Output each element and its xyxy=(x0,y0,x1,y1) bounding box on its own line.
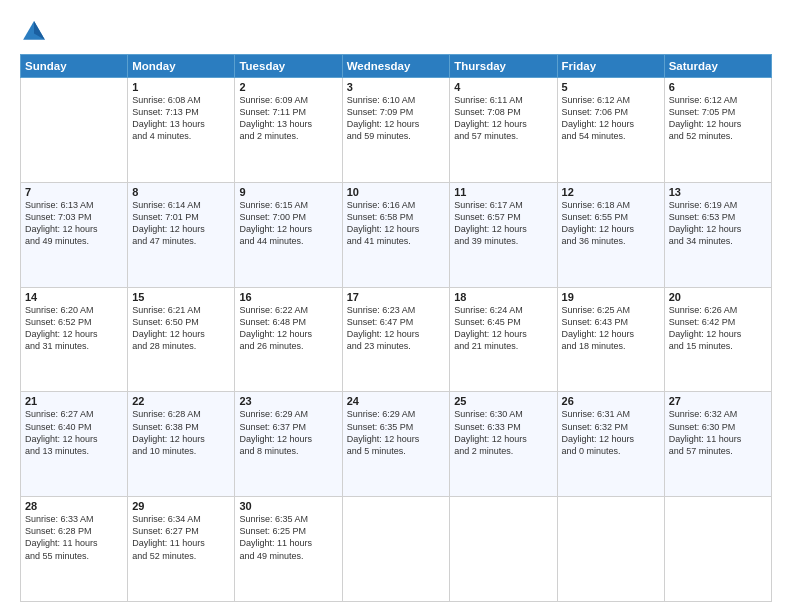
calendar-cell: 27Sunrise: 6:32 AM Sunset: 6:30 PM Dayli… xyxy=(664,392,771,497)
day-info: Sunrise: 6:21 AM Sunset: 6:50 PM Dayligh… xyxy=(132,304,230,353)
day-info: Sunrise: 6:27 AM Sunset: 6:40 PM Dayligh… xyxy=(25,408,123,457)
page-header xyxy=(20,18,772,46)
day-number: 8 xyxy=(132,186,230,198)
weekday-friday: Friday xyxy=(557,55,664,78)
calendar-cell: 20Sunrise: 6:26 AM Sunset: 6:42 PM Dayli… xyxy=(664,287,771,392)
logo xyxy=(20,18,52,46)
day-info: Sunrise: 6:28 AM Sunset: 6:38 PM Dayligh… xyxy=(132,408,230,457)
day-number: 15 xyxy=(132,291,230,303)
calendar-cell: 2Sunrise: 6:09 AM Sunset: 7:11 PM Daylig… xyxy=(235,78,342,183)
day-info: Sunrise: 6:15 AM Sunset: 7:00 PM Dayligh… xyxy=(239,199,337,248)
day-info: Sunrise: 6:31 AM Sunset: 6:32 PM Dayligh… xyxy=(562,408,660,457)
weekday-header-row: SundayMondayTuesdayWednesdayThursdayFrid… xyxy=(21,55,772,78)
calendar-cell: 30Sunrise: 6:35 AM Sunset: 6:25 PM Dayli… xyxy=(235,497,342,602)
day-info: Sunrise: 6:18 AM Sunset: 6:55 PM Dayligh… xyxy=(562,199,660,248)
day-number: 6 xyxy=(669,81,767,93)
day-info: Sunrise: 6:11 AM Sunset: 7:08 PM Dayligh… xyxy=(454,94,552,143)
day-number: 5 xyxy=(562,81,660,93)
day-number: 25 xyxy=(454,395,552,407)
weekday-monday: Monday xyxy=(128,55,235,78)
logo-icon xyxy=(20,18,48,46)
day-info: Sunrise: 6:19 AM Sunset: 6:53 PM Dayligh… xyxy=(669,199,767,248)
week-row-3: 14Sunrise: 6:20 AM Sunset: 6:52 PM Dayli… xyxy=(21,287,772,392)
day-number: 16 xyxy=(239,291,337,303)
day-number: 9 xyxy=(239,186,337,198)
calendar-cell: 28Sunrise: 6:33 AM Sunset: 6:28 PM Dayli… xyxy=(21,497,128,602)
day-number: 28 xyxy=(25,500,123,512)
weekday-sunday: Sunday xyxy=(21,55,128,78)
day-info: Sunrise: 6:24 AM Sunset: 6:45 PM Dayligh… xyxy=(454,304,552,353)
day-info: Sunrise: 6:17 AM Sunset: 6:57 PM Dayligh… xyxy=(454,199,552,248)
calendar-cell: 11Sunrise: 6:17 AM Sunset: 6:57 PM Dayli… xyxy=(450,182,557,287)
day-number: 13 xyxy=(669,186,767,198)
calendar-cell: 5Sunrise: 6:12 AM Sunset: 7:06 PM Daylig… xyxy=(557,78,664,183)
day-info: Sunrise: 6:14 AM Sunset: 7:01 PM Dayligh… xyxy=(132,199,230,248)
day-info: Sunrise: 6:12 AM Sunset: 7:05 PM Dayligh… xyxy=(669,94,767,143)
weekday-tuesday: Tuesday xyxy=(235,55,342,78)
calendar-cell xyxy=(450,497,557,602)
day-number: 30 xyxy=(239,500,337,512)
day-number: 22 xyxy=(132,395,230,407)
day-info: Sunrise: 6:26 AM Sunset: 6:42 PM Dayligh… xyxy=(669,304,767,353)
calendar-cell: 6Sunrise: 6:12 AM Sunset: 7:05 PM Daylig… xyxy=(664,78,771,183)
day-info: Sunrise: 6:32 AM Sunset: 6:30 PM Dayligh… xyxy=(669,408,767,457)
calendar-cell: 19Sunrise: 6:25 AM Sunset: 6:43 PM Dayli… xyxy=(557,287,664,392)
day-info: Sunrise: 6:12 AM Sunset: 7:06 PM Dayligh… xyxy=(562,94,660,143)
day-number: 1 xyxy=(132,81,230,93)
day-info: Sunrise: 6:34 AM Sunset: 6:27 PM Dayligh… xyxy=(132,513,230,562)
day-info: Sunrise: 6:16 AM Sunset: 6:58 PM Dayligh… xyxy=(347,199,446,248)
day-number: 20 xyxy=(669,291,767,303)
day-number: 26 xyxy=(562,395,660,407)
day-number: 3 xyxy=(347,81,446,93)
day-info: Sunrise: 6:22 AM Sunset: 6:48 PM Dayligh… xyxy=(239,304,337,353)
day-number: 23 xyxy=(239,395,337,407)
calendar-cell: 29Sunrise: 6:34 AM Sunset: 6:27 PM Dayli… xyxy=(128,497,235,602)
calendar-cell: 15Sunrise: 6:21 AM Sunset: 6:50 PM Dayli… xyxy=(128,287,235,392)
day-info: Sunrise: 6:29 AM Sunset: 6:35 PM Dayligh… xyxy=(347,408,446,457)
calendar-cell xyxy=(21,78,128,183)
day-number: 2 xyxy=(239,81,337,93)
week-row-4: 21Sunrise: 6:27 AM Sunset: 6:40 PM Dayli… xyxy=(21,392,772,497)
day-info: Sunrise: 6:20 AM Sunset: 6:52 PM Dayligh… xyxy=(25,304,123,353)
calendar-cell: 25Sunrise: 6:30 AM Sunset: 6:33 PM Dayli… xyxy=(450,392,557,497)
day-info: Sunrise: 6:29 AM Sunset: 6:37 PM Dayligh… xyxy=(239,408,337,457)
day-number: 18 xyxy=(454,291,552,303)
calendar-cell: 4Sunrise: 6:11 AM Sunset: 7:08 PM Daylig… xyxy=(450,78,557,183)
weekday-thursday: Thursday xyxy=(450,55,557,78)
calendar-cell: 21Sunrise: 6:27 AM Sunset: 6:40 PM Dayli… xyxy=(21,392,128,497)
day-info: Sunrise: 6:35 AM Sunset: 6:25 PM Dayligh… xyxy=(239,513,337,562)
day-info: Sunrise: 6:25 AM Sunset: 6:43 PM Dayligh… xyxy=(562,304,660,353)
calendar-cell: 13Sunrise: 6:19 AM Sunset: 6:53 PM Dayli… xyxy=(664,182,771,287)
calendar-cell: 16Sunrise: 6:22 AM Sunset: 6:48 PM Dayli… xyxy=(235,287,342,392)
calendar-cell: 3Sunrise: 6:10 AM Sunset: 7:09 PM Daylig… xyxy=(342,78,450,183)
day-number: 7 xyxy=(25,186,123,198)
calendar-cell: 7Sunrise: 6:13 AM Sunset: 7:03 PM Daylig… xyxy=(21,182,128,287)
day-info: Sunrise: 6:10 AM Sunset: 7:09 PM Dayligh… xyxy=(347,94,446,143)
weekday-wednesday: Wednesday xyxy=(342,55,450,78)
calendar-table: SundayMondayTuesdayWednesdayThursdayFrid… xyxy=(20,54,772,602)
calendar-cell: 17Sunrise: 6:23 AM Sunset: 6:47 PM Dayli… xyxy=(342,287,450,392)
week-row-5: 28Sunrise: 6:33 AM Sunset: 6:28 PM Dayli… xyxy=(21,497,772,602)
calendar-cell: 8Sunrise: 6:14 AM Sunset: 7:01 PM Daylig… xyxy=(128,182,235,287)
day-info: Sunrise: 6:08 AM Sunset: 7:13 PM Dayligh… xyxy=(132,94,230,143)
calendar-cell: 23Sunrise: 6:29 AM Sunset: 6:37 PM Dayli… xyxy=(235,392,342,497)
calendar-cell: 24Sunrise: 6:29 AM Sunset: 6:35 PM Dayli… xyxy=(342,392,450,497)
day-number: 29 xyxy=(132,500,230,512)
day-info: Sunrise: 6:30 AM Sunset: 6:33 PM Dayligh… xyxy=(454,408,552,457)
calendar-cell: 26Sunrise: 6:31 AM Sunset: 6:32 PM Dayli… xyxy=(557,392,664,497)
day-number: 27 xyxy=(669,395,767,407)
day-number: 19 xyxy=(562,291,660,303)
calendar-cell: 14Sunrise: 6:20 AM Sunset: 6:52 PM Dayli… xyxy=(21,287,128,392)
calendar-cell: 22Sunrise: 6:28 AM Sunset: 6:38 PM Dayli… xyxy=(128,392,235,497)
day-number: 24 xyxy=(347,395,446,407)
day-number: 10 xyxy=(347,186,446,198)
calendar-cell: 10Sunrise: 6:16 AM Sunset: 6:58 PM Dayli… xyxy=(342,182,450,287)
day-info: Sunrise: 6:33 AM Sunset: 6:28 PM Dayligh… xyxy=(25,513,123,562)
day-info: Sunrise: 6:13 AM Sunset: 7:03 PM Dayligh… xyxy=(25,199,123,248)
day-number: 12 xyxy=(562,186,660,198)
calendar-cell: 12Sunrise: 6:18 AM Sunset: 6:55 PM Dayli… xyxy=(557,182,664,287)
calendar-cell: 1Sunrise: 6:08 AM Sunset: 7:13 PM Daylig… xyxy=(128,78,235,183)
calendar-cell xyxy=(342,497,450,602)
calendar-cell: 9Sunrise: 6:15 AM Sunset: 7:00 PM Daylig… xyxy=(235,182,342,287)
day-number: 21 xyxy=(25,395,123,407)
